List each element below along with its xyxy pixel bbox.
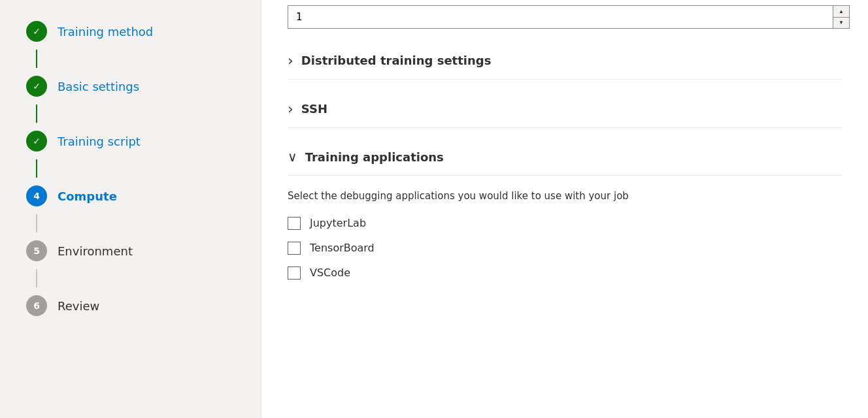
chevron-right-icon: ›	[288, 52, 293, 69]
sidebar-item-basic-settings[interactable]: ✓Basic settings	[0, 68, 261, 104]
checkbox-item-jupyterlab: JupyterLab	[288, 217, 842, 230]
step-connector-training-method	[36, 50, 37, 68]
chevron-right-icon: ›	[288, 101, 293, 117]
section-distributed-training-settings: ›Distributed training settings	[288, 47, 842, 80]
chevron-down-icon: ∨	[288, 149, 297, 165]
sidebar-item-environment[interactable]: 5Environment	[0, 233, 261, 269]
spinner-up-button[interactable]: ▲	[833, 6, 849, 18]
number-input[interactable]	[288, 11, 833, 23]
section-title-ssh: SSH	[301, 102, 327, 116]
checkbox-label-tensorboard: TensorBoard	[310, 242, 375, 254]
sidebar-item-training-method[interactable]: ✓Training method	[0, 13, 261, 50]
step-label-training-method: Training method	[58, 25, 153, 39]
checkbox-vscode[interactable]	[288, 266, 301, 280]
step-icon-training-method: ✓	[26, 21, 47, 42]
step-label-review: Review	[58, 299, 99, 313]
sections-container: ›Distributed training settings›SSH∨Train…	[288, 47, 842, 295]
sidebar: ✓Training method✓Basic settings✓Training…	[0, 0, 261, 418]
checkbox-label-vscode: VSCode	[310, 266, 350, 279]
section-header-training-applications[interactable]: ∨Training applications	[288, 144, 842, 170]
step-label-environment: Environment	[58, 244, 133, 258]
main-content: ▲ ▼ ›Distributed training settings›SSH∨T…	[261, 0, 868, 418]
step-icon-environment: 5	[26, 240, 47, 261]
step-label-training-script: Training script	[58, 135, 141, 148]
number-input-container: ▲ ▼	[288, 5, 850, 29]
checkbox-label-jupyterlab: JupyterLab	[310, 217, 366, 229]
section-title-distributed-training-settings: Distributed training settings	[301, 54, 492, 67]
section-title-training-applications: Training applications	[305, 150, 444, 164]
checkbox-item-tensorboard: TensorBoard	[288, 242, 842, 255]
sidebar-item-training-script[interactable]: ✓Training script	[0, 123, 261, 159]
step-connector-basic-settings	[36, 104, 37, 123]
step-label-basic-settings: Basic settings	[58, 80, 139, 93]
section-header-distributed-training-settings[interactable]: ›Distributed training settings	[288, 47, 842, 74]
step-icon-compute: 4	[26, 185, 47, 206]
spinner-down-button[interactable]: ▼	[833, 18, 849, 29]
step-icon-review: 6	[26, 295, 47, 316]
section-content-training-applications: Select the debugging applications you wo…	[288, 181, 842, 280]
divider-training-applications	[288, 175, 842, 176]
step-connector-training-script	[36, 159, 37, 178]
number-spinner: ▲ ▼	[833, 6, 849, 28]
divider-ssh	[288, 127, 842, 128]
section-description-training-applications: Select the debugging applications you wo…	[288, 189, 842, 204]
checkbox-jupyterlab[interactable]	[288, 217, 301, 230]
divider-distributed-training-settings	[288, 79, 842, 80]
sidebar-item-review[interactable]: 6Review	[0, 287, 261, 324]
section-header-ssh[interactable]: ›SSH	[288, 95, 842, 122]
section-ssh: ›SSH	[288, 95, 842, 128]
sidebar-item-compute[interactable]: 4Compute	[0, 178, 261, 214]
checkbox-item-vscode: VSCode	[288, 266, 842, 280]
step-label-compute: Compute	[58, 189, 117, 203]
checkbox-tensorboard[interactable]	[288, 242, 301, 255]
step-connector-environment	[36, 269, 37, 287]
step-icon-basic-settings: ✓	[26, 76, 47, 97]
step-icon-training-script: ✓	[26, 131, 47, 152]
step-connector-compute	[36, 214, 37, 233]
section-training-applications: ∨Training applicationsSelect the debuggi…	[288, 144, 842, 280]
